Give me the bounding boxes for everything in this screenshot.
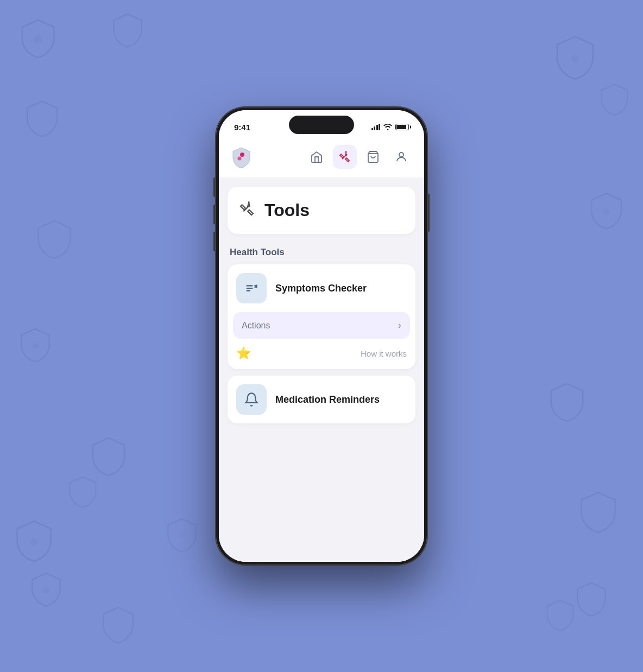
wifi-icon [383,124,392,130]
nav-tools-button[interactable] [333,145,357,169]
screen-content: Tools Health Tools [219,136,424,562]
svg-point-5 [43,587,49,594]
nav-profile-button[interactable] [389,145,413,169]
svg-point-2 [30,538,37,546]
svg-point-1 [571,55,579,63]
tools-header-card: Tools [228,187,415,234]
star-icon: ⭐ [236,346,251,360]
dynamic-island [289,116,354,134]
svg-point-0 [34,35,42,44]
how-it-works-row[interactable]: ⭐ How it works [228,339,415,369]
actions-label: Actions [242,321,270,331]
svg-point-6 [179,533,185,540]
symptoms-checker-name: Symptoms Checker [275,283,367,294]
nav-home-button[interactable] [305,145,329,169]
symptoms-checker-icon-box [236,273,267,303]
status-time: 9:41 [234,123,250,132]
health-tools-label: Health Tools [228,247,415,258]
signal-icon [371,124,381,130]
svg-point-7 [240,153,244,157]
nav-icons-group [305,145,413,169]
health-tools-section: Health Tools [228,247,415,423]
main-content: Tools Health Tools [219,178,424,562]
symptoms-checker-header: Symptoms Checker [228,264,415,312]
tools-page-title: Tools [264,200,310,220]
chevron-right-icon: › [398,320,401,331]
status-icons [371,124,409,130]
actions-row[interactable]: Actions › [233,312,410,339]
svg-point-3 [603,208,610,215]
phone-device: 9:41 [216,107,427,565]
svg-point-8 [238,157,242,161]
svg-point-4 [32,343,39,350]
nav-cart-button[interactable] [361,145,385,169]
app-logo [230,145,253,168]
battery-icon [395,124,409,130]
tools-page-icon [238,200,256,221]
symptoms-checker-card[interactable]: Symptoms Checker Actions › ⭐ How it work… [228,264,415,369]
medication-reminders-card[interactable]: Medication Reminders [228,376,415,423]
medication-reminders-name: Medication Reminders [275,394,380,405]
svg-point-11 [399,153,404,157]
nav-bar [219,136,424,178]
medication-reminders-header: Medication Reminders [228,376,415,423]
how-it-works-label: How it works [361,349,407,358]
phone-screen: 9:41 [219,110,424,562]
medication-reminders-icon-box [236,384,267,415]
